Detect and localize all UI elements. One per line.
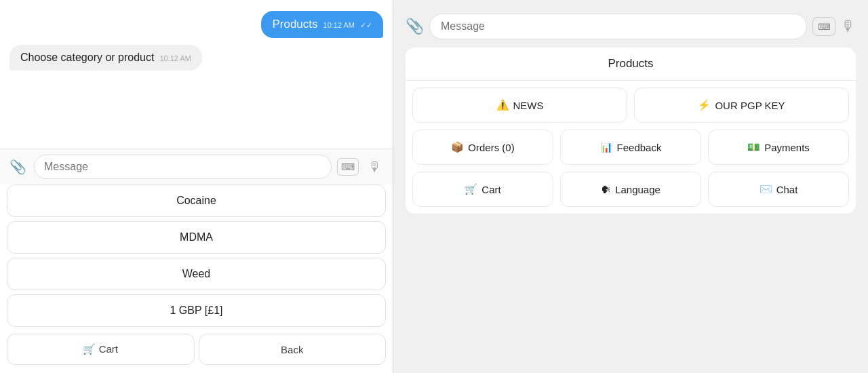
keyboard-button-right[interactable]: ⌨	[812, 17, 835, 36]
news-button[interactable]: ⚠️ NEWS	[412, 87, 627, 123]
news-emoji: ⚠️	[496, 99, 509, 111]
outgoing-text: Products	[272, 18, 317, 31]
feedback-label: Feedback	[617, 142, 662, 153]
right-message-input[interactable]	[429, 14, 807, 39]
tick-icon: ✓✓	[360, 21, 372, 30]
wide-buttons-grid: ⚠️ NEWS ⚡ OUR PGP KEY	[406, 81, 856, 130]
left-input-bar: 📎 ⌨ 🎙	[0, 149, 393, 184]
keyboard-button-left[interactable]: ⌨	[337, 158, 359, 176]
cart-emoji: 🛒	[465, 183, 477, 195]
pgp-key-button[interactable]: ⚡ OUR PGP KEY	[634, 87, 849, 123]
news-label: NEWS	[513, 100, 544, 111]
chat-label: Chat	[776, 184, 798, 195]
attach-icon: 📎	[9, 159, 26, 175]
mic-icon-left: 🎙	[368, 159, 382, 175]
three-buttons-row2: 🛒 Cart 🗣 Language ✉️ Chat	[406, 172, 856, 214]
chat-emoji: ✉️	[760, 183, 772, 195]
keyboard-icon-right: ⌨	[818, 22, 831, 32]
mic-icon-right: 🎙	[841, 18, 856, 35]
left-chat-panel: Products 10:12 AM ✓✓ Choose category or …	[0, 0, 393, 373]
feedback-button[interactable]: 📊 Feedback	[560, 130, 701, 165]
three-buttons-row1: 📦 Orders (0) 📊 Feedback 💵 Payments	[406, 130, 856, 172]
incoming-bubble: Choose category or product 10:12 AM	[9, 45, 202, 71]
back-button-left[interactable]: Back	[199, 334, 387, 365]
outgoing-time: 10:12 AM	[323, 21, 355, 29]
list-btn-mdma[interactable]: MDMA	[7, 221, 386, 254]
orders-label: Orders (0)	[468, 142, 514, 153]
language-label: Language	[615, 184, 660, 195]
cart-button-right[interactable]: 🛒 Cart	[412, 172, 553, 207]
language-emoji: 🗣	[601, 184, 611, 195]
menu-header: Products	[406, 47, 856, 81]
language-button[interactable]: 🗣 Language	[560, 172, 701, 207]
right-chat-panel: 📎 ⌨ 🎙 Products ⚠️ NEWS ⚡ OUR PGP KEY 📦 O…	[393, 0, 868, 373]
incoming-time: 10:12 AM	[159, 54, 191, 62]
attach-button[interactable]: 📎	[7, 156, 28, 178]
pgp-label: OUR PGP KEY	[715, 100, 785, 111]
orders-emoji: 📦	[451, 141, 464, 153]
bottom-buttons-area: 🛒 Cart Back	[0, 334, 393, 373]
list-btn-cocaine[interactable]: Cocaine	[7, 184, 386, 217]
orders-button[interactable]: 📦 Orders (0)	[412, 130, 553, 165]
feedback-emoji: 📊	[600, 141, 613, 153]
right-input-bar: 📎 ⌨ 🎙	[406, 14, 856, 39]
mic-button-right[interactable]: 🎙	[841, 18, 856, 35]
chat-button[interactable]: ✉️ Chat	[708, 172, 849, 207]
left-message-input[interactable]	[34, 155, 332, 179]
outgoing-bubble: Products 10:12 AM ✓✓	[261, 11, 383, 38]
payments-button[interactable]: 💵 Payments	[708, 130, 849, 165]
pgp-emoji: ⚡	[698, 99, 711, 111]
payments-emoji: 💵	[747, 141, 760, 153]
products-menu-card: Products ⚠️ NEWS ⚡ OUR PGP KEY 📦 Orders …	[406, 47, 856, 214]
cart-label: Cart	[481, 184, 500, 195]
keyboard-icon-left: ⌨	[341, 161, 355, 172]
list-btn-1gbp[interactable]: 1 GBP [£1]	[7, 294, 386, 327]
incoming-text: Choose category or product	[20, 52, 154, 64]
mic-button-left[interactable]: 🎙	[364, 156, 386, 178]
attach-icon-right: 📎	[406, 18, 424, 35]
list-buttons-area: Cocaine MDMA Weed 1 GBP [£1]	[0, 184, 393, 334]
attach-button-right[interactable]: 📎	[406, 18, 424, 35]
list-btn-weed[interactable]: Weed	[7, 258, 386, 290]
payments-label: Payments	[764, 142, 810, 153]
cart-button-left[interactable]: 🛒 Cart	[7, 334, 195, 365]
chat-messages: Products 10:12 AM ✓✓ Choose category or …	[0, 0, 393, 149]
